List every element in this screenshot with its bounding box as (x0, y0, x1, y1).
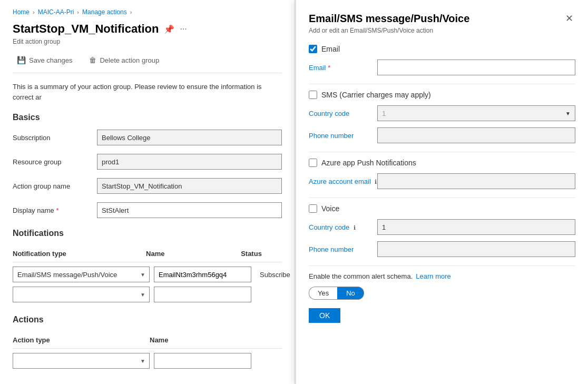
close-button[interactable]: ✕ (563, 13, 575, 24)
push-email-label: Azure account email ℹ (309, 178, 377, 185)
voice-phone-label: Phone number (309, 245, 377, 253)
panel-header: Email/SMS message/Push/Voice ✕ (309, 13, 575, 25)
left-panel: Home › MAIC-AA-Pri › Manage actions › St… (0, 0, 295, 384)
sms-checkbox-row: SMS (Carrier charges may apply) (309, 91, 575, 99)
breadcrumb: Home › MAIC-AA-Pri › Manage actions › (13, 8, 282, 16)
info-icon: ℹ (375, 179, 377, 185)
sms-phone-label: Phone number (309, 132, 377, 140)
panel-title: Email/SMS message/Push/Voice (309, 13, 469, 25)
resource-group-label: Resource group (13, 158, 97, 166)
voice-section: Voice Country code ℹ 1 Phone number (309, 204, 575, 257)
display-name-label: Display name * (13, 206, 97, 214)
schema-row: Enable the common alert schema. Learn mo… (309, 272, 575, 280)
page-title: StartStop_VM_Notification (13, 22, 159, 36)
voice-checkbox[interactable] (309, 204, 317, 213)
toolbar: 💾 Save changes 🗑 Delete action group (13, 54, 282, 73)
breadcrumb-maic[interactable]: MAIC-AA-Pri (38, 8, 74, 16)
email-field-row: Email * (309, 60, 575, 75)
col-type-header: Notification type (13, 250, 146, 258)
page-title-row: StartStop_VM_Notification 📌 ··· (13, 22, 282, 36)
col-aname-header: Name (150, 336, 247, 344)
display-name-input[interactable] (97, 202, 282, 218)
save-button[interactable]: 💾 Save changes (13, 54, 76, 66)
toggle-yes-button[interactable]: Yes (309, 287, 337, 300)
notifications-section: Notifications Notification type Name Sta… (13, 229, 282, 302)
email-section: Email Email * (309, 45, 575, 75)
email-checkbox[interactable] (309, 45, 317, 53)
voice-checkbox-row: Voice (309, 204, 575, 213)
schema-text: Enable the common alert schema. (309, 272, 413, 280)
page-subtitle: Edit action group (13, 38, 282, 45)
action-group-name-field: Action group name (13, 178, 282, 194)
notification-type-select-0[interactable]: Email/SMS message/Push/Voice (13, 267, 150, 282)
col-status-header: Status (241, 250, 282, 258)
sms-checkbox-label: SMS (Carrier charges may apply) (321, 91, 431, 99)
voice-checkbox-label: Voice (321, 204, 339, 213)
summary-text: This is a summary of your action group. … (13, 82, 282, 102)
col-atype-header: Action type (13, 336, 150, 344)
notification-row-1: ▼ (13, 287, 282, 302)
action-name-input-0[interactable] (154, 353, 251, 369)
divider-3 (309, 198, 575, 198)
actions-title: Actions (13, 315, 282, 324)
action-group-name-label: Action group name (13, 182, 97, 190)
more-options-icon[interactable]: ··· (180, 24, 187, 34)
push-checkbox-row: Azure app Push Notifications (309, 159, 575, 167)
toggle-no-button[interactable]: No (337, 287, 364, 300)
panel-subtitle: Add or edit an Email/SMS/Push/Voice acti… (309, 27, 575, 34)
action-group-name-input[interactable] (97, 178, 282, 194)
voice-country-code-select[interactable]: 1 (377, 219, 575, 235)
sms-country-code-row: Country code 1 ▼ (309, 105, 575, 121)
voice-country-code-row: Country code ℹ 1 (309, 219, 575, 235)
push-checkbox[interactable] (309, 159, 317, 167)
email-checkbox-label: Email (321, 45, 340, 53)
toggle-row: Yes No (309, 287, 575, 300)
learn-more-link[interactable]: Learn more (416, 272, 450, 280)
breadcrumb-manage-actions[interactable]: Manage actions (82, 8, 127, 16)
actions-section: Actions Action type Name ▼ (13, 315, 282, 369)
sms-phone-input[interactable] (377, 127, 575, 143)
resource-group-field: Resource group (13, 154, 282, 170)
subscription-input[interactable] (97, 130, 282, 145)
save-icon: 💾 (17, 56, 26, 64)
breadcrumb-home[interactable]: Home (13, 8, 30, 16)
sms-phone-row: Phone number (309, 127, 575, 143)
notification-name-input-1[interactable] (154, 287, 251, 302)
notification-status-0: Subscribe (260, 271, 290, 279)
email-field-label: Email * (309, 64, 377, 72)
sms-country-code-select[interactable]: 1 ▼ (377, 105, 575, 121)
voice-country-code-label: Country code ℹ (309, 223, 377, 231)
push-checkbox-label: Azure app Push Notifications (321, 159, 416, 167)
notifications-title: Notifications (13, 229, 282, 238)
push-email-row: Azure account email ℹ (309, 173, 575, 189)
display-name-field: Display name * (13, 202, 282, 218)
sms-checkbox[interactable] (309, 91, 317, 99)
email-input[interactable] (377, 60, 575, 75)
voice-phone-input[interactable] (377, 241, 575, 257)
col-name-header: Name (146, 250, 241, 258)
notifications-table-header: Notification type Name Status (13, 245, 282, 262)
voice-phone-row: Phone number (309, 241, 575, 257)
right-panel: Email/SMS message/Push/Voice ✕ Add or ed… (295, 0, 588, 384)
resource-group-input[interactable] (97, 154, 282, 170)
ok-button[interactable]: OK (309, 308, 340, 323)
sms-country-code-value: 1 (382, 110, 386, 117)
delete-icon: 🗑 (89, 56, 96, 64)
push-email-input[interactable] (377, 173, 575, 189)
delete-button[interactable]: 🗑 Delete action group (85, 54, 163, 66)
divider-4 (309, 265, 575, 266)
delete-label: Delete action group (100, 56, 159, 64)
voice-country-code-value: 1 (382, 223, 386, 231)
sms-country-code-label: Country code (309, 110, 377, 117)
action-type-select-0[interactable] (13, 353, 150, 369)
info-icon: ℹ (354, 224, 356, 231)
divider-2 (309, 152, 575, 152)
notification-name-input-0[interactable] (154, 267, 251, 282)
subscription-field: Subscription (13, 130, 282, 145)
chevron-down-icon: ▼ (565, 111, 571, 116)
subscription-label: Subscription (13, 134, 97, 142)
pin-icon[interactable]: 📌 (164, 24, 174, 34)
email-checkbox-row: Email (309, 45, 575, 53)
notification-type-select-1[interactable] (13, 287, 150, 302)
action-row-0: ▼ (13, 353, 282, 369)
